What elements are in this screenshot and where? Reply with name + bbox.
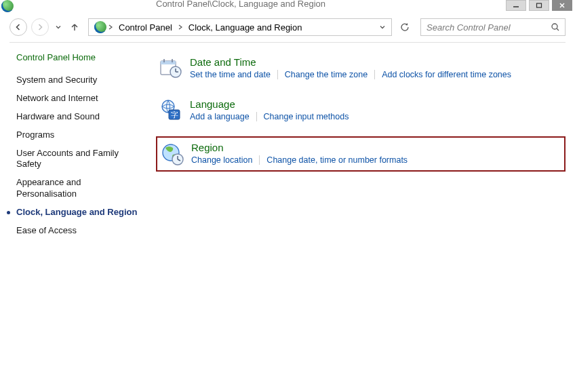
- search-icon[interactable]: [550, 22, 561, 33]
- link-separator: [374, 70, 375, 79]
- svg-rect-1: [537, 3, 542, 7]
- category-language: 字 Language Add a language Change input m…: [156, 94, 566, 127]
- language-icon: 字: [159, 98, 183, 123]
- sidebar: Control Panel Home System and Security N…: [16, 52, 142, 243]
- sidebar-item-network-internet[interactable]: Network and Internet: [16, 93, 142, 104]
- sidebar-home[interactable]: Control Panel Home: [16, 52, 142, 62]
- svg-point-4: [552, 24, 557, 29]
- region-icon: [160, 142, 184, 166]
- main-content: Date and Time Set the time and date Chan…: [142, 52, 566, 243]
- date-time-icon: [159, 56, 183, 81]
- minimize-button[interactable]: [506, 0, 526, 11]
- sidebar-item-ease-of-access[interactable]: Ease of Access: [16, 225, 142, 237]
- link-add-clocks[interactable]: Add clocks for different time zones: [382, 70, 511, 79]
- search-input[interactable]: [425, 22, 550, 33]
- link-add-language[interactable]: Add a language: [190, 112, 250, 121]
- link-change-input-methods[interactable]: Change input methods: [264, 112, 349, 121]
- up-button[interactable]: [68, 19, 81, 35]
- sidebar-item-appearance[interactable]: Appearance and Personalisation: [16, 177, 142, 200]
- breadcrumb-separator[interactable]: [176, 19, 184, 35]
- window-title: Control Panel\Clock, Language and Region: [156, 0, 325, 9]
- control-panel-icon: [94, 21, 106, 33]
- link-separator: [256, 112, 257, 121]
- recent-locations-dropdown[interactable]: [53, 19, 64, 35]
- window-caption-buttons: [506, 0, 572, 11]
- refresh-button[interactable]: [396, 18, 414, 36]
- sidebar-item-hardware-sound[interactable]: Hardware and Sound: [16, 111, 142, 123]
- address-bar[interactable]: Control Panel Clock, Language and Region: [88, 18, 392, 36]
- category-region: Region Change location Change date, time…: [156, 136, 566, 172]
- breadcrumb-control-panel[interactable]: Control Panel: [115, 19, 176, 35]
- title-bar: Control Panel\Clock, Language and Region: [0, 0, 575, 15]
- address-history-dropdown[interactable]: [376, 19, 389, 35]
- svg-rect-7: [161, 61, 176, 64]
- category-date-time: Date and Time Set the time and date Chan…: [156, 52, 566, 85]
- maximize-button[interactable]: [529, 0, 549, 11]
- link-change-time-zone[interactable]: Change the time zone: [285, 70, 368, 79]
- category-title-language[interactable]: Language: [190, 98, 563, 110]
- sidebar-item-clock-language-region[interactable]: Clock, Language and Region: [16, 207, 142, 218]
- forward-button[interactable]: [31, 18, 49, 36]
- breadcrumb-clock-language-region[interactable]: Clock, Language and Region: [184, 19, 306, 35]
- search-box[interactable]: [420, 18, 566, 36]
- sidebar-item-user-accounts[interactable]: User Accounts and Family Safety: [16, 148, 142, 171]
- navigation-bar: Control Panel Clock, Language and Region: [0, 15, 575, 39]
- control-panel-icon: [1, 0, 14, 12]
- breadcrumb-root-dropdown[interactable]: [106, 19, 115, 35]
- link-change-location[interactable]: Change location: [191, 155, 252, 165]
- link-set-time-date[interactable]: Set the time and date: [190, 70, 271, 79]
- category-title-region[interactable]: Region: [191, 142, 561, 153]
- link-separator: [277, 70, 278, 79]
- sidebar-item-programs[interactable]: Programs: [16, 130, 142, 141]
- svg-line-5: [557, 28, 559, 31]
- sidebar-item-system-security[interactable]: System and Security: [16, 75, 142, 86]
- category-title-date-time[interactable]: Date and Time: [190, 56, 563, 68]
- link-separator: [259, 155, 260, 165]
- back-button[interactable]: [9, 18, 27, 36]
- link-change-formats[interactable]: Change date, time or number formats: [266, 155, 408, 165]
- svg-text:字: 字: [171, 111, 178, 119]
- close-button[interactable]: [552, 0, 572, 11]
